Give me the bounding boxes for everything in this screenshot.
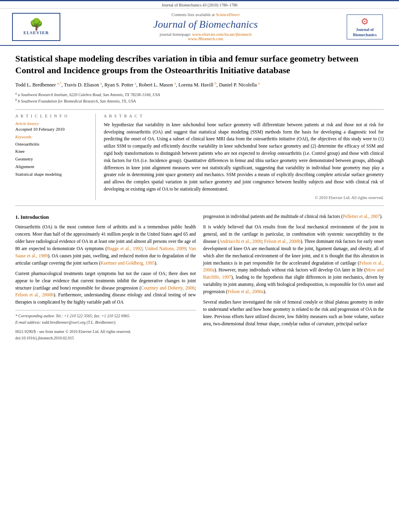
intro-heading: 1. Introduction bbox=[15, 213, 196, 221]
sciencedirect-link: Contents lists available at ScienceDirec… bbox=[64, 12, 347, 17]
footnote-corresponding: * Corresponding author. Tel.: +1 210 522… bbox=[15, 313, 196, 319]
article-title: Statistical shape modeling describes var… bbox=[15, 53, 384, 76]
ref-pelletier[interactable]: Pelletier et al., 2007 bbox=[343, 214, 380, 219]
section-divider bbox=[15, 205, 384, 206]
keywords-list: Osteoarthritis Knee Geometry Alignment S… bbox=[15, 140, 90, 178]
author-list: Todd L. Bredbenner a,*, Travis D. Eliaso… bbox=[15, 82, 260, 88]
intro-para3: progression in individual patients and t… bbox=[203, 213, 384, 220]
journal-homepage: journal homepage: www.elsevier.com/locat… bbox=[64, 32, 347, 41]
elsevier-label: ELSEVIER bbox=[23, 30, 49, 35]
ref-bagge[interactable]: Bagge et al., 1992 bbox=[107, 246, 142, 251]
ref-kuettner[interactable]: Kuettner and Goldberg, 1995 bbox=[101, 261, 155, 265]
journal-citation: Journal of Biomechanics 43 (2010) 1780–1… bbox=[162, 3, 238, 7]
homepage-link1[interactable]: www.elsevier.com/locate/jbiomech bbox=[192, 32, 251, 37]
page-container: Journal of Biomechanics 43 (2010) 1780–1… bbox=[0, 0, 399, 349]
intro-para5: Several studies have investigated the ro… bbox=[203, 299, 384, 328]
accepted-date: Accepted 10 February 2010 bbox=[15, 127, 90, 131]
elsevier-tree-icon: 🌳 bbox=[29, 19, 43, 30]
ref-courtney[interactable]: Courtney and Doherty, 2006 bbox=[141, 286, 195, 290]
affiliations: a a Southwest Research Institute, 6220 C… bbox=[15, 91, 384, 105]
elsevier-logo-box: 🌳 ELSEVIER bbox=[12, 13, 60, 41]
ref-felson2000b-2[interactable]: Felson et al., 2000b bbox=[264, 239, 301, 244]
keyword-4: Alignment bbox=[15, 163, 90, 170]
ref-andriacchi[interactable]: Andriacchi et al., 2009 bbox=[219, 239, 261, 244]
journal-title-center: Contents lists available at ScienceDirec… bbox=[64, 12, 347, 41]
body-text-section: 1. Introduction Osteoarthritis (OA) is t… bbox=[15, 210, 384, 341]
biomech-logo: ⚙ Journal ofBiomechanics bbox=[347, 14, 387, 39]
bottom-copyright: 0021-9290/$ - see front matter © 2010 El… bbox=[15, 329, 196, 341]
footnote-email: E-mail address: todd.bredbenner@swri.org… bbox=[15, 319, 196, 326]
intro-para2: Current pharmacological treatments targe… bbox=[15, 270, 196, 306]
keywords-label: Keywords: bbox=[15, 135, 90, 139]
abstract-col: A B S T R A C T We hypothesize that vari… bbox=[104, 114, 384, 200]
abstract-copyright: © 2010 Elsevier Ltd. All rights reserved… bbox=[104, 195, 384, 200]
biomech-logo-icon: ⚙ bbox=[349, 16, 381, 27]
elsevier-logo: 🌳 ELSEVIER bbox=[12, 13, 64, 41]
keyword-2: Knee bbox=[15, 148, 90, 155]
homepage-link2[interactable]: www.JBiomech.com bbox=[188, 37, 223, 41]
biomech-logo-label: Journal ofBiomechanics bbox=[349, 27, 381, 37]
abstract-text: We hypothesize that variability in knee … bbox=[104, 121, 384, 193]
copyright-notice: 0021-9290/$ - see front matter © 2010 El… bbox=[15, 329, 196, 335]
ref-un[interactable]: United Nations, 2009 bbox=[145, 246, 186, 251]
biomech-logo-box: ⚙ Journal ofBiomechanics bbox=[347, 14, 383, 39]
ref-felson2000a-2[interactable]: Felson et al., 2000a bbox=[227, 289, 263, 294]
footnotes: * Corresponding author. Tel.: +1 210 522… bbox=[15, 310, 196, 325]
journal-title: Journal of Biomechanics bbox=[64, 18, 347, 31]
article-info-heading: A R T I C L E I N F O bbox=[15, 114, 90, 118]
keyword-3: Geometry bbox=[15, 155, 90, 163]
history-label: Article history: bbox=[15, 121, 90, 126]
abstract-heading: A B S T R A C T bbox=[104, 114, 384, 118]
main-content: Statistical shape modeling describes var… bbox=[0, 46, 399, 349]
article-info-abstract-section: A R T I C L E I N F O Article history: A… bbox=[15, 109, 384, 200]
journal-header: 🌳 ELSEVIER Contents lists available at S… bbox=[0, 8, 399, 46]
ref-mow[interactable]: Mow and Ratcliffe, 1997 bbox=[203, 267, 384, 279]
keyword-1: Osteoarthritis bbox=[15, 140, 90, 148]
article-info-col: A R T I C L E I N F O Article history: A… bbox=[15, 114, 96, 200]
affiliation-a: a a Southwest Research Institute, 6220 C… bbox=[15, 91, 384, 98]
body-col-right: progression in individual patients and t… bbox=[203, 213, 384, 341]
doi-text: doi:10.1016/j.jbiomech.2010.02.015 bbox=[15, 335, 196, 341]
sciencedirect-anchor[interactable]: ScienceDirect bbox=[216, 12, 240, 17]
journal-top-bar: Journal of Biomechanics 43 (2010) 1780–1… bbox=[0, 0, 399, 8]
intro-para1: Osteoarthritis (OA) is the most common f… bbox=[15, 224, 196, 267]
authors: Todd L. Bredbenner a,*, Travis D. Eliaso… bbox=[15, 81, 384, 89]
ref-felson2000b[interactable]: Felson et al., 2000b bbox=[15, 292, 53, 297]
ref-felson2000a[interactable]: Felson et al., 2000a bbox=[203, 261, 384, 273]
body-col-left: 1. Introduction Osteoarthritis (OA) is t… bbox=[15, 213, 196, 341]
keyword-5: Statistical shape modeling bbox=[15, 170, 90, 178]
affiliation-b: b b Southwest Foundation for Biomedical … bbox=[15, 98, 384, 104]
intro-para4: It is widely believed that OA results fr… bbox=[203, 224, 384, 296]
